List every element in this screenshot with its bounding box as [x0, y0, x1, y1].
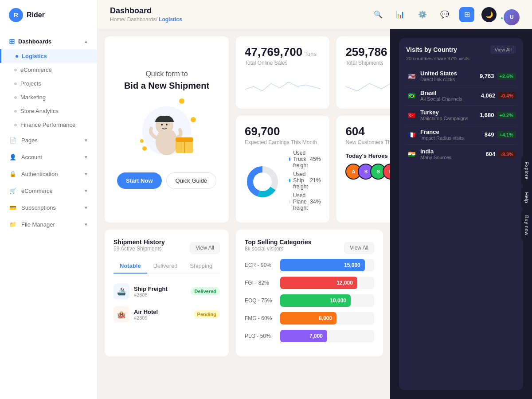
- stat-label: Total Online Sales: [245, 60, 321, 66]
- breadcrumb: Home/ Dashboards/ Logistics: [110, 16, 182, 23]
- us-stats: 9,763 +2.6%: [480, 73, 516, 80]
- shipment-item-2: 🏨 Air Hotel #2809 Pending: [113, 303, 220, 326]
- sidebar-item-projects[interactable]: Projects: [0, 77, 97, 90]
- total-online-sales-card: 47,769,700 Tons Total Online Sales: [236, 36, 329, 109]
- bar-fill: 7,000: [280, 330, 327, 342]
- dot: [14, 96, 17, 99]
- svg-point-14: [254, 173, 271, 191]
- bar-track: 10,000: [280, 294, 374, 307]
- donut-chart: [245, 164, 280, 200]
- br-stats: 4,062 -0.4%: [481, 92, 516, 99]
- shipment-card-title: Shipment History 59 Active Shipments: [113, 239, 165, 257]
- logo[interactable]: R Rider: [0, 0, 97, 30]
- grid-button[interactable]: ⚙️: [415, 7, 430, 22]
- sidebar-item-marketing[interactable]: Marketing: [0, 90, 97, 104]
- chevron-icon: ▼: [84, 188, 88, 193]
- sidebar-item-ecommerce[interactable]: eCommerce: [0, 63, 97, 77]
- heroes-avatars-list: A S S P J +2: [345, 164, 390, 180]
- auth-icon: 🔒: [9, 170, 17, 178]
- sidebar-item-authentication[interactable]: 🔒 Authentication ▼: [0, 165, 97, 182]
- main-area: Dashboard Home/ Dashboards/ Logistics 🔍 …: [98, 0, 532, 399]
- fr-change: +4.1%: [497, 131, 516, 138]
- search-button[interactable]: 🔍: [371, 7, 386, 22]
- logo-name: Rider: [27, 11, 45, 19]
- promo-illustration: [127, 100, 207, 162]
- deco-dot-2: [140, 139, 144, 143]
- bar-track: 7,000: [280, 330, 374, 342]
- sidebar-item-ecommerce-page[interactable]: 🛒 eCommerce ▼: [0, 182, 97, 199]
- new-customers-card: 604 New Customers This Month Today's Her…: [336, 116, 390, 223]
- pages-icon: 📄: [9, 136, 17, 144]
- dot: [14, 124, 17, 126]
- sidebar-item-account[interactable]: 👤 Account ▼: [0, 149, 97, 165]
- file-manager-icon: 📁: [9, 220, 17, 228]
- header-title-area: Dashboard Home/ Dashboards/ Logistics: [110, 6, 182, 23]
- side-tabs: Explore Help Buy now: [521, 156, 532, 243]
- sidebar-item-store-analytics[interactable]: Store Analytics: [0, 104, 97, 118]
- buy-now-tab[interactable]: Buy now: [521, 210, 532, 241]
- in-stats: 604 -8.3%: [486, 151, 516, 158]
- tr-stats: 1,680 +0.2%: [480, 112, 516, 119]
- bar-fill: 15,000: [280, 259, 365, 271]
- shipment-view-all-button[interactable]: View All: [190, 242, 220, 254]
- explore-tab[interactable]: Explore: [521, 156, 532, 185]
- chat-button[interactable]: 💬: [437, 7, 452, 22]
- in-change: -8.3%: [498, 151, 516, 158]
- truck-freight-legend: Used Truck freight 45%: [289, 150, 321, 168]
- fr-info: France Impact Radius visits: [420, 129, 481, 141]
- stat-value: 259,786: [345, 45, 390, 59]
- user-avatar[interactable]: U: [504, 9, 520, 25]
- fr-flag: 🇫🇷: [406, 131, 417, 139]
- stat-label: Expected Earnings This Month: [245, 139, 321, 145]
- country-row-us: 🇺🇸 United States Direct link clicks 9,76…: [406, 66, 516, 86]
- chevron-icon: ▼: [84, 155, 88, 160]
- analytics-button[interactable]: 📊: [393, 7, 408, 22]
- chevron-icon: ▼: [84, 205, 88, 210]
- sidebar-item-finance[interactable]: Finance Performance: [0, 118, 97, 132]
- stat-label: New Customers This Month: [345, 139, 390, 145]
- sidebar-item-pages[interactable]: 📄 Pages ▼: [0, 132, 97, 149]
- ecommerce-icon: 🛒: [9, 187, 17, 195]
- shipment-info-2: Air Hotel #2809: [134, 309, 189, 321]
- bar-fill: 12,000: [280, 277, 357, 289]
- dot: [14, 82, 17, 85]
- tab-notable[interactable]: Notable: [113, 259, 147, 274]
- main-content: Quick form to Bid a New Shipment: [98, 29, 390, 399]
- dashboards-section: ⊞ Dashboards ▲ Logistics eCommerce Proje…: [0, 34, 97, 132]
- bar-fill: 8,000: [280, 312, 336, 325]
- country-view-all-button[interactable]: View All: [490, 45, 516, 54]
- shipment-item-1: 🚢 Ship Freight #2808 Delivered: [113, 280, 220, 303]
- categories-view-all-button[interactable]: View All: [344, 242, 374, 254]
- sales-chart: [245, 73, 321, 100]
- dot: [14, 110, 17, 113]
- freight-legend: Used Truck freight 45% Used Ship freight…: [289, 150, 321, 214]
- start-now-button[interactable]: Start Now: [117, 172, 162, 189]
- shipment-tabs: Notable Delivered Shipping: [113, 259, 220, 274]
- shipment-info: Ship Freight #2808: [134, 286, 186, 297]
- stat-value: 47,769,700 Tons: [245, 45, 321, 59]
- sidebar-item-logistics[interactable]: Logistics: [0, 49, 97, 63]
- status-badge-2: Pending: [194, 310, 220, 318]
- dashboards-header[interactable]: ⊞ Dashboards ▲: [0, 34, 97, 49]
- dot: [14, 69, 17, 71]
- header-actions: 🔍 📊 ⚙️ 💬 ⊞ 🌙 U: [371, 7, 520, 22]
- us-info: United States Direct link clicks: [420, 70, 476, 82]
- deco-dot: [179, 98, 184, 104]
- sidebar-item-file-manager[interactable]: 📁 File Manager ▼: [0, 216, 97, 233]
- bar-track: 8,000: [280, 312, 374, 325]
- earnings-card: 69,700 Expected Earnings This Month: [236, 116, 329, 223]
- promo-title: Quick form to: [145, 70, 188, 78]
- sidebar-item-subscriptions[interactable]: 💳 Subscriptions ▼: [0, 199, 97, 216]
- promo-card: Quick form to Bid a New Shipment: [105, 36, 229, 223]
- in-info: India Many Sources: [420, 148, 482, 160]
- tab-delivered[interactable]: Delivered: [147, 259, 184, 274]
- theme-toggle[interactable]: 🌙: [481, 7, 497, 22]
- apps-grid-button[interactable]: ⊞: [459, 7, 474, 22]
- promo-actions: Start Now Quick Guide: [117, 172, 216, 189]
- help-tab[interactable]: Help: [521, 187, 532, 208]
- quick-guide-button[interactable]: Quick Guide: [166, 172, 217, 189]
- subscriptions-icon: 💳: [9, 203, 17, 211]
- tab-shipping[interactable]: Shipping: [184, 259, 219, 274]
- country-section-header: Visits by Country View All: [406, 45, 516, 54]
- categories-card-header: Top Selling Categories 8k social visitor…: [245, 239, 374, 257]
